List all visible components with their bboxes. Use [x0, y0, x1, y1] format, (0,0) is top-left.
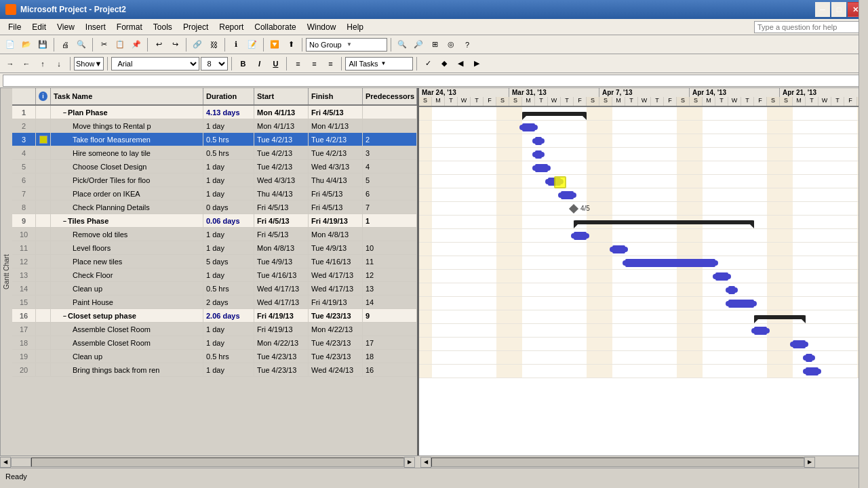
menu-tools[interactable]: Tools	[148, 21, 178, 33]
gantt-row[interactable]	[419, 256, 868, 270]
col-taskname[interactable]: Task Name	[51, 88, 203, 104]
task-start[interactable]: Fri 4/19/13	[254, 323, 309, 336]
table-row[interactable]: 17Assemble Closet Room1 dayFri 4/19/13Mo…	[12, 323, 417, 336]
gantt-bar[interactable]	[728, 300, 754, 308]
task-name[interactable]: Pick/Order Tiles for floo	[51, 174, 203, 186]
h-scroll-track-left[interactable]	[31, 458, 404, 467]
h-scroll-right-table[interactable]: ▶	[404, 457, 415, 468]
gantt-row[interactable]	[419, 270, 868, 283]
task-duration[interactable]: 0.5 hrs	[203, 350, 254, 363]
task-finish[interactable]: Tue 4/2/13	[309, 146, 363, 159]
task-finish[interactable]: Wed 4/24/13	[309, 363, 363, 376]
task-finish[interactable]: Wed 4/17/13	[309, 268, 363, 281]
task-pred[interactable]	[363, 228, 417, 241]
task-pred[interactable]	[363, 106, 417, 119]
col-start[interactable]: Start	[254, 88, 309, 104]
task-finish[interactable]: Tue 4/23/13	[309, 350, 363, 363]
h-scroll-left-gantt[interactable]: ◀	[420, 457, 431, 468]
group-selector[interactable]: No Group ▼	[306, 38, 387, 52]
gantt-row[interactable]	[419, 148, 868, 161]
menu-insert[interactable]: Insert	[80, 21, 111, 33]
task-name[interactable]: Take floor Measuremen	[51, 133, 203, 146]
table-row[interactable]: 8Check Planning Details0 daysFri 4/5/13F…	[12, 201, 417, 214]
table-row[interactable]: 20Bring things back from ren1 dayTue 4/2…	[12, 363, 417, 377]
task-duration[interactable]: 0.5 hrs	[203, 146, 254, 159]
table-row[interactable]: 14Clean up0.5 hrsWed 4/17/13Wed 4/17/131…	[12, 282, 417, 296]
menu-edit[interactable]: Edit	[26, 21, 52, 33]
h-scroll-left[interactable]: ◀	[0, 457, 11, 468]
font-selector[interactable]: Arial	[111, 57, 199, 70]
move-down-button[interactable]: ↓	[52, 56, 66, 71]
table-row[interactable]: 9–Tiles Phase0.06 daysFri 4/5/13Fri 4/19…	[12, 214, 417, 228]
task-finish[interactable]: Tue 4/9/13	[309, 241, 363, 254]
underline-button[interactable]: U	[268, 56, 283, 71]
gantt-row[interactable]	[419, 229, 868, 243]
extra-btn1[interactable]: ✓	[420, 56, 435, 71]
task-duration[interactable]: 1 day	[203, 268, 254, 281]
task-name[interactable]: Check Floor	[51, 268, 203, 281]
task-pred[interactable]: 14	[363, 296, 417, 308]
task-finish[interactable]: Fri 4/5/13	[309, 201, 363, 214]
copy-button[interactable]: 📋	[113, 37, 127, 52]
table-row[interactable]: 15Paint House2 daysWed 4/17/13Fri 4/19/1…	[12, 296, 417, 309]
task-pred[interactable]: 4	[363, 160, 417, 173]
gantt-row[interactable]	[419, 107, 868, 121]
task-name[interactable]: Check Planning Details	[51, 201, 203, 214]
h-scroll-thumb-left[interactable]	[11, 458, 31, 467]
task-pred[interactable]: 2	[363, 133, 417, 146]
menu-window[interactable]: Window	[302, 21, 342, 33]
extra-btn2[interactable]: ◆	[437, 56, 452, 71]
table-row[interactable]: 13Check Floor1 dayTue 4/16/13Wed 4/17/13…	[12, 268, 417, 282]
task-duration[interactable]: 1 day	[203, 174, 254, 186]
extra-btn3[interactable]: ◀	[453, 56, 468, 71]
new-button[interactable]: 📄	[3, 37, 18, 52]
formula-input[interactable]	[3, 75, 865, 87]
task-finish[interactable]: Tue 4/23/13	[309, 336, 363, 349]
task-pred[interactable]: 11	[363, 255, 417, 268]
task-finish[interactable]: Tue 4/2/13	[309, 133, 363, 146]
task-duration[interactable]: 0.5 hrs	[203, 282, 254, 295]
task-start[interactable]: Mon 4/22/13	[254, 336, 309, 349]
task-start[interactable]: Mon 4/8/13	[254, 241, 309, 254]
task-duration[interactable]: 1 day	[203, 336, 254, 349]
col-duration[interactable]: Duration	[203, 88, 254, 104]
table-row[interactable]: 16–Closet setup phase2.06 daysFri 4/19/1…	[12, 309, 417, 323]
task-start[interactable]: Wed 4/17/13	[254, 296, 309, 308]
task-name[interactable]: Bring things back from ren	[51, 363, 203, 376]
col-finish[interactable]: Finish	[309, 88, 363, 104]
table-row[interactable]: 2Move things to Rental p1 dayMon 4/1/13M…	[12, 119, 417, 133]
gantt-summary-bar[interactable]	[754, 315, 806, 319]
task-pred[interactable]: 7	[363, 201, 417, 214]
zoom-in-button[interactable]: 🔍	[395, 37, 410, 52]
gantt-bar[interactable]	[625, 259, 715, 267]
task-start[interactable]: Tue 4/2/13	[254, 133, 309, 146]
task-finish[interactable]: Thu 4/4/13	[309, 174, 363, 186]
task-duration[interactable]: 2.06 days	[203, 309, 254, 322]
task-start[interactable]: Tue 4/9/13	[254, 255, 309, 268]
task-duration[interactable]: 4.13 days	[203, 106, 254, 119]
task-start[interactable]: Tue 4/2/13	[254, 146, 309, 159]
extra-btn4[interactable]: ▶	[469, 56, 484, 71]
gantt-row[interactable]	[419, 161, 868, 175]
gantt-summary-bar[interactable]	[574, 220, 754, 224]
zoom-fit-button[interactable]: ⊞	[427, 37, 442, 52]
paste-button[interactable]: 📌	[129, 37, 144, 52]
task-start[interactable]: Fri 4/19/13	[254, 309, 309, 322]
task-finish[interactable]: Fri 4/19/13	[309, 214, 363, 227]
task-finish[interactable]: Mon 4/8/13	[309, 228, 363, 241]
gantt-row[interactable]	[419, 243, 868, 256]
task-finish[interactable]: Mon 4/1/13	[309, 119, 363, 132]
task-pred[interactable]: 10	[363, 241, 417, 254]
menu-format[interactable]: Format	[111, 21, 148, 33]
gantt-row[interactable]	[419, 134, 868, 148]
align-left-button[interactable]: ≡	[290, 56, 305, 71]
task-finish[interactable]: Fri 4/19/13	[309, 296, 363, 308]
save-button[interactable]: 💾	[35, 37, 50, 52]
task-pred[interactable]: 17	[363, 336, 417, 349]
task-start[interactable]: Wed 4/3/13	[254, 174, 309, 186]
gantt-milestone[interactable]	[569, 204, 578, 214]
redo-button[interactable]: ↪	[167, 37, 182, 52]
task-finish[interactable]: Wed 4/17/13	[309, 282, 363, 295]
task-info-button[interactable]: ℹ	[229, 37, 243, 52]
task-name[interactable]: –Tiles Phase	[51, 214, 203, 227]
